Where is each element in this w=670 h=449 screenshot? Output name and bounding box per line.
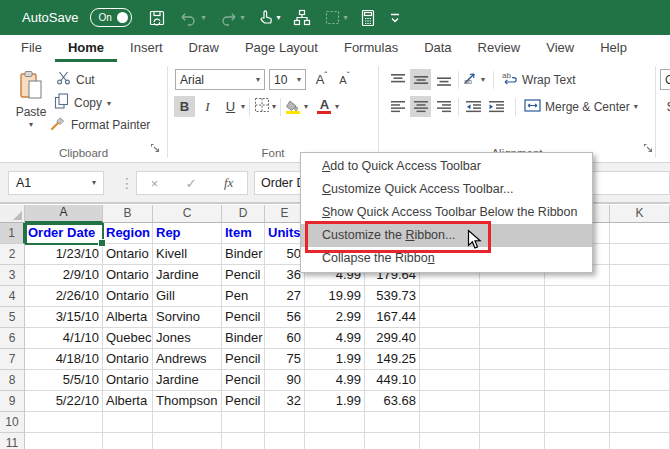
cell-B4[interactable]: Ontario <box>103 286 153 307</box>
column-header-K[interactable]: K <box>610 205 670 223</box>
format-painter-button[interactable]: Format Painter <box>50 115 150 135</box>
cell-K5[interactable] <box>610 307 670 328</box>
cell-I5[interactable] <box>480 307 545 328</box>
column-header-A[interactable]: A <box>25 205 103 223</box>
cell-J8[interactable] <box>545 370 610 391</box>
cell-I11[interactable] <box>480 433 545 449</box>
cell-K2[interactable] <box>610 244 670 265</box>
increase-indent-button[interactable] <box>486 96 507 117</box>
cell-H9[interactable] <box>420 391 480 412</box>
align-middle-button[interactable] <box>410 69 431 90</box>
cell-E5[interactable]: 56 <box>265 307 305 328</box>
cell-B1[interactable]: Region <box>103 223 153 244</box>
cell-D8[interactable]: Pencil <box>222 370 265 391</box>
menu-item-collapse-the-ribbon[interactable]: Collapse the Ribbon <box>301 247 592 270</box>
cell-E1[interactable]: Units <box>265 223 305 244</box>
menu-item-add-to-quick-access-toolbar[interactable]: Add to Quick Access Toolbar <box>301 155 592 178</box>
italic-button[interactable]: I <box>197 96 218 117</box>
row-header-1[interactable]: 1 <box>0 223 25 244</box>
column-header-C[interactable]: C <box>153 205 222 223</box>
cell-E11[interactable] <box>265 433 305 449</box>
cell-B3[interactable]: Ontario <box>103 265 153 286</box>
menu-item-customize-the-ribbon[interactable]: Customize the Ribbon... <box>301 224 592 247</box>
cell-D5[interactable]: Pencil <box>222 307 265 328</box>
cell-C3[interactable]: Jardine <box>153 265 222 286</box>
column-header-E[interactable]: E <box>265 205 305 223</box>
bold-button[interactable]: B <box>174 96 195 117</box>
number-format-combo[interactable]: G <box>660 69 670 90</box>
cell-I4[interactable] <box>480 286 545 307</box>
cell-D7[interactable]: Pencil <box>222 349 265 370</box>
cell-E4[interactable]: 27 <box>265 286 305 307</box>
cell-G6[interactable]: 299.40 <box>365 328 420 349</box>
cell-J7[interactable] <box>545 349 610 370</box>
row-header-10[interactable]: 10 <box>0 412 25 433</box>
accounting-format-button[interactable]: $ <box>660 96 670 117</box>
column-header-B[interactable]: B <box>103 205 153 223</box>
cell-F4[interactable]: 19.99 <box>305 286 365 307</box>
tab-help[interactable]: Help <box>587 35 640 62</box>
cell-A9[interactable]: 5/22/10 <box>25 391 103 412</box>
cell-B5[interactable]: Alberta <box>103 307 153 328</box>
cell-H8[interactable] <box>420 370 480 391</box>
cell-D4[interactable]: Pen <box>222 286 265 307</box>
cell-E10[interactable] <box>265 412 305 433</box>
cancel-icon[interactable]: × <box>151 176 159 191</box>
cell-I9[interactable] <box>480 391 545 412</box>
cell-B10[interactable] <box>103 412 153 433</box>
cell-A8[interactable]: 5/5/10 <box>25 370 103 391</box>
cell-K1[interactable] <box>610 223 670 244</box>
clipboard-dialog-launcher-icon[interactable] <box>150 139 160 157</box>
insert-function-icon[interactable]: fx <box>224 175 233 191</box>
cell-H4[interactable] <box>420 286 480 307</box>
cell-G5[interactable]: 167.44 <box>365 307 420 328</box>
cell-K8[interactable] <box>610 370 670 391</box>
tab-view[interactable]: View <box>533 35 587 62</box>
grow-font-button[interactable]: Aˆ <box>311 69 332 90</box>
cell-C11[interactable] <box>153 433 222 449</box>
cell-C8[interactable]: Jardine <box>153 370 222 391</box>
tab-review[interactable]: Review <box>465 35 534 62</box>
cell-J9[interactable] <box>545 391 610 412</box>
row-header-2[interactable]: 2 <box>0 244 25 265</box>
touch-mode-icon[interactable]: ▾ <box>257 9 280 26</box>
cell-H10[interactable] <box>420 412 480 433</box>
cell-A11[interactable] <box>25 433 103 449</box>
borders-icon[interactable] <box>254 97 270 117</box>
alignment-dialog-launcher-icon[interactable] <box>643 139 653 157</box>
cell-K3[interactable] <box>610 265 670 286</box>
cell-F6[interactable]: 4.99 <box>305 328 365 349</box>
align-right-button[interactable] <box>433 96 454 117</box>
cell-C5[interactable]: Sorvino <box>153 307 222 328</box>
org-chart-icon[interactable] <box>293 9 311 26</box>
cell-J4[interactable] <box>545 286 610 307</box>
cell-E3[interactable]: 36 <box>265 265 305 286</box>
font-size-combo[interactable]: 10 ▾ <box>269 69 306 90</box>
cell-C9[interactable]: Thompson <box>153 391 222 412</box>
cell-C1[interactable]: Rep <box>153 223 222 244</box>
cell-A5[interactable]: 3/15/10 <box>25 307 103 328</box>
cell-H5[interactable] <box>420 307 480 328</box>
copy-button[interactable]: Copy ▾ <box>54 93 111 113</box>
cell-D9[interactable]: Pencil <box>222 391 265 412</box>
cell-G8[interactable]: 449.10 <box>365 370 420 391</box>
cell-F5[interactable]: 2.99 <box>305 307 365 328</box>
cell-B11[interactable] <box>103 433 153 449</box>
cell-E9[interactable]: 32 <box>265 391 305 412</box>
cell-E6[interactable]: 60 <box>265 328 305 349</box>
column-header-D[interactable]: D <box>222 205 265 223</box>
cell-I10[interactable] <box>480 412 545 433</box>
save-icon[interactable] <box>148 9 166 27</box>
cell-F11[interactable] <box>305 433 365 449</box>
cell-A10[interactable] <box>25 412 103 433</box>
row-header-6[interactable]: 6 <box>0 328 25 349</box>
cell-I7[interactable] <box>480 349 545 370</box>
cell-J6[interactable] <box>545 328 610 349</box>
cell-E2[interactable]: 50 <box>265 244 305 265</box>
redo-icon[interactable]: ▾ <box>218 10 244 26</box>
cell-A6[interactable]: 4/1/10 <box>25 328 103 349</box>
tab-home[interactable]: Home <box>55 35 117 62</box>
cell-C7[interactable]: Andrews <box>153 349 222 370</box>
cell-F10[interactable] <box>305 412 365 433</box>
wrap-text-button[interactable]: ab Wrap Text <box>502 71 576 89</box>
